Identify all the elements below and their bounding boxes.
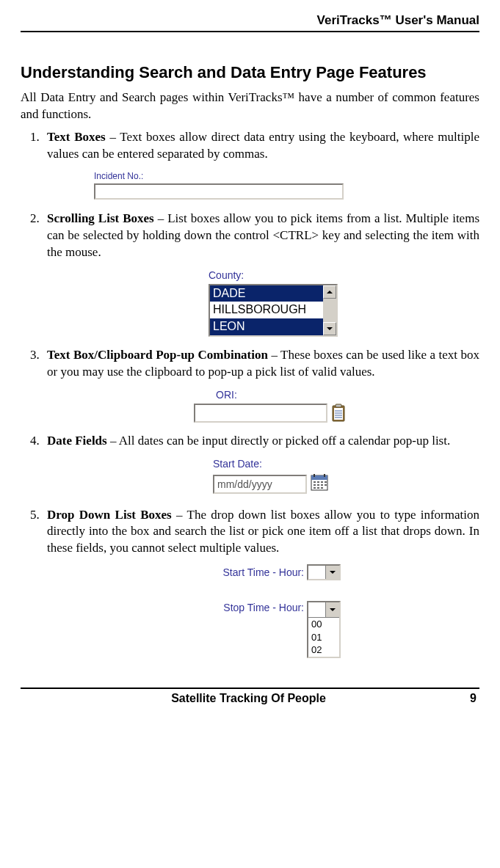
county-label: County: <box>209 269 342 282</box>
dropdown-button[interactable] <box>325 602 339 617</box>
list-item: Date Fields – All dates can be input dir… <box>43 433 479 497</box>
svg-rect-18 <box>325 484 327 486</box>
list-item: Text Boxes – Text boxes allow direct dat… <box>43 129 479 200</box>
list-item: Text Box/Clipboard Pop-up Combination – … <box>43 347 479 423</box>
section-intro: All Data Entry and Search pages within V… <box>21 90 479 123</box>
svg-rect-21 <box>321 487 323 489</box>
dropdown-option[interactable]: 01 <box>308 631 339 644</box>
start-time-value <box>308 566 325 579</box>
svg-rect-10 <box>324 474 325 477</box>
dropdown-option[interactable]: 00 <box>308 618 339 631</box>
figure-listbox: County: DADE HILLSBOROUGH LEON <box>209 269 342 337</box>
section-heading: Understanding Search and Data Entry Page… <box>21 63 479 82</box>
document-page: VeriTracks™ User's Manual Understanding … <box>0 0 500 715</box>
listbox-option[interactable]: DADE <box>210 285 323 302</box>
svg-rect-11 <box>314 481 316 483</box>
header-title: VeriTracks™ User's Manual <box>21 13 479 31</box>
svg-rect-9 <box>314 474 315 477</box>
footer-rule <box>21 688 479 689</box>
svg-rect-12 <box>317 481 319 483</box>
chevron-down-icon <box>330 571 336 574</box>
figure-textbox: Incident No.: <box>94 170 348 200</box>
incident-input[interactable] <box>94 183 344 200</box>
chevron-down-icon <box>327 327 333 330</box>
listbox-option[interactable]: LEON <box>210 318 323 335</box>
svg-rect-2 <box>336 404 341 407</box>
listbox-option[interactable]: HILLSBOROUGH <box>210 302 323 318</box>
svg-rect-19 <box>314 487 316 489</box>
dropdown-button[interactable] <box>325 566 339 579</box>
dropdown-list: 00 01 02 <box>308 618 339 657</box>
desc: – Text boxes allow direct data entry usi… <box>47 130 479 161</box>
svg-rect-15 <box>314 484 316 486</box>
scroll-track[interactable] <box>323 299 336 322</box>
ori-label: ORI: <box>194 388 363 402</box>
svg-rect-16 <box>317 484 319 486</box>
svg-rect-14 <box>325 481 327 483</box>
calendar-icon[interactable] <box>310 473 329 497</box>
incident-label: Incident No.: <box>94 170 348 182</box>
list-item: Scrolling List Boxes – List boxes allow … <box>43 211 479 337</box>
start-time-dropdown[interactable] <box>307 564 341 580</box>
figure-date-field: Start Date: <box>213 457 360 497</box>
svg-rect-17 <box>321 484 323 486</box>
figure-dropdown: Start Time - Hour: Stop Time - Hour: <box>179 564 385 658</box>
term: Text Boxes <box>47 130 106 144</box>
term: Date Fields <box>47 434 107 448</box>
stop-time-dropdown[interactable]: 00 01 02 <box>307 601 341 658</box>
desc: – All dates can be input directly or pic… <box>107 434 451 448</box>
page-number: 9 <box>454 692 479 705</box>
chevron-down-icon <box>330 608 336 611</box>
term: Text Box/Clipboard Pop-up Combination <box>47 348 268 362</box>
chevron-up-icon <box>327 291 333 293</box>
dropdown-option[interactable]: 02 <box>308 643 339 657</box>
stop-time-label: Stop Time - Hour: <box>179 601 307 615</box>
list-item: Drop Down List Boxes – The drop down lis… <box>43 507 479 658</box>
scroll-up-button[interactable] <box>323 285 336 299</box>
header-rule <box>21 31 479 32</box>
stop-time-value <box>308 602 325 617</box>
start-date-input[interactable] <box>213 475 307 494</box>
start-date-label: Start Date: <box>213 457 360 471</box>
county-listbox[interactable]: DADE HILLSBOROUGH LEON <box>209 284 338 337</box>
scrollbar[interactable] <box>323 285 336 335</box>
svg-rect-1 <box>334 408 343 420</box>
svg-rect-13 <box>321 481 323 483</box>
svg-rect-20 <box>317 487 319 489</box>
start-time-label: Start Time - Hour: <box>179 566 307 580</box>
figure-clipboard-combo: ORI: <box>194 388 363 423</box>
scroll-down-button[interactable] <box>323 322 336 335</box>
feature-list: Text Boxes – Text boxes allow direct dat… <box>21 129 479 658</box>
term: Scrolling List Boxes <box>47 211 154 225</box>
footer-text: Satellite Tracking Of People <box>43 692 454 705</box>
term: Drop Down List Boxes <box>47 508 172 522</box>
ori-input[interactable] <box>194 404 327 423</box>
clipboard-icon[interactable] <box>330 404 347 423</box>
page-footer: Satellite Tracking Of People 9 <box>21 692 479 705</box>
